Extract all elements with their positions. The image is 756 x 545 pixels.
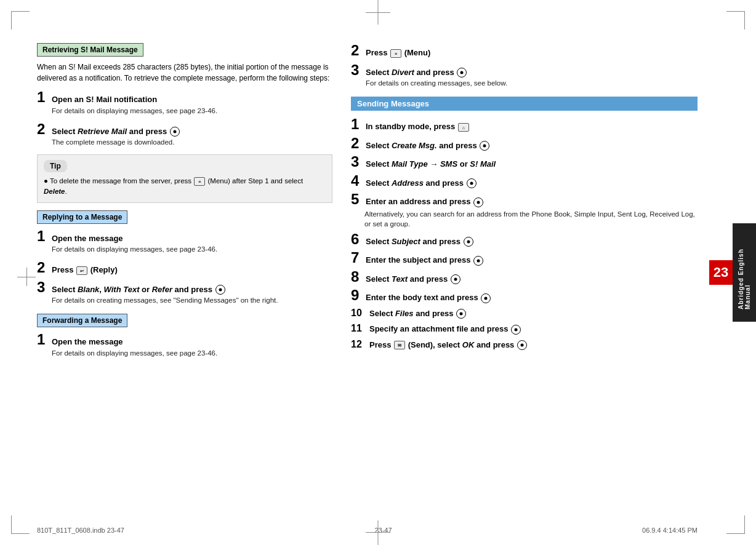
button-circle-s11: [511, 325, 521, 335]
reply-step3-title: Select Blank, With Text or Refer and pre…: [52, 284, 278, 296]
sending-step2: 2 Select Create Msg. and press: [351, 136, 698, 152]
sending-step1: 1 In standby mode, press ⌂: [351, 117, 698, 133]
pre-step3-title: Select Divert and press: [366, 66, 507, 79]
step-num-1: 1: [37, 90, 49, 105]
send-icon: ✉: [394, 341, 405, 349]
section-retrieving: Retrieving S! Mail Message When an S! Ma…: [37, 43, 332, 203]
send-s1-text: In standby mode, press: [366, 122, 455, 131]
send-s2-after: and press: [437, 141, 477, 150]
send-step11-title: Specify an attachment file and press: [369, 323, 521, 335]
pre-step-num-2: 2: [351, 43, 363, 58]
fwd-step1-title: Open the message: [52, 336, 217, 348]
left-margin-mark: [17, 268, 36, 277]
corner-mark-br: [726, 515, 745, 534]
button-circle-reply-s3: [215, 285, 225, 295]
right-column: 2 Press ≡ (Menu) 3: [351, 43, 698, 508]
retrieving-step1: 1 Open an S! Mail notification For detai…: [37, 90, 332, 118]
button-circle-s4: [467, 178, 477, 188]
send-s8-after: and press: [408, 274, 448, 284]
section-header-forwarding: Forwarding a Message: [37, 314, 127, 327]
reply-step-num-2: 2: [37, 260, 49, 275]
send-s4-italic: Address: [392, 178, 424, 188]
button-circle-s9: [481, 293, 491, 303]
reply-s3-after: and press: [172, 285, 212, 294]
section-forwarding: Forwarding a Message 1 Open the message …: [37, 314, 332, 360]
footer: 810T_811T_0608.indb 23-47 23-47 06.9.4 4…: [37, 527, 698, 534]
sending-step12: 12 Press ✉ (Send), select OK and press: [351, 338, 698, 351]
pre-s3-after: and press: [414, 68, 454, 77]
reply-step1-title: Open the message: [52, 233, 217, 245]
send-num-8: 8: [351, 269, 363, 284]
send-num-2: 2: [351, 136, 363, 151]
send-num-11: 11: [351, 322, 367, 334]
step2-title: Select Retrieve Mail and press: [52, 125, 180, 138]
send-step6-title: Select Subject and press: [366, 236, 474, 248]
pre-step3: 3 Select Divert and press For details on…: [351, 63, 698, 91]
send-step10-title: Select Files and press: [369, 308, 467, 320]
retrieving-intro: When an S! Mail exceeds 285 characters (…: [37, 62, 332, 84]
sending-step10: 10 Select Files and press: [351, 307, 698, 320]
sending-step9: 9 Enter the body text and press: [351, 288, 698, 304]
send-num-4: 4: [351, 173, 363, 188]
section-title-forwarding: Forwarding a Message: [42, 316, 122, 325]
reply-s3-comma: ,: [99, 285, 103, 294]
section-header-replying: Replying to a Message: [37, 210, 127, 224]
button-circle-s12: [517, 340, 527, 350]
button-circle-s2: [480, 141, 489, 151]
send-num-10: 10: [351, 307, 367, 319]
send-s7-text: Enter the subject and press: [366, 255, 471, 265]
sending-step6: 6 Select Subject and press: [351, 232, 698, 248]
section-title-replying: Replying to a Message: [42, 213, 122, 221]
send-s3-italic: Mail Type: [392, 159, 428, 169]
corner-mark-bl: [11, 515, 30, 534]
reply-step1-detail: For details on displaying messages, see …: [52, 244, 217, 254]
tip-bullet: ●: [44, 177, 48, 185]
send-s3-italic2: SMS: [440, 159, 457, 169]
step2-italic: Retrieve Mail: [78, 127, 127, 136]
send-s5-text: Enter an address and press: [366, 197, 471, 206]
step-num-2: 2: [37, 122, 49, 137]
button-circle-pre-s3: [457, 68, 467, 78]
sidebar-tab: Abridged English Manual: [733, 223, 756, 322]
sending-step3: 3 Select Mail Type → SMS or S! Mail: [351, 154, 698, 170]
send-step5-title: Enter an address and press: [366, 196, 484, 208]
send-s3-or: or: [457, 159, 470, 169]
corner-mark-tl: [11, 11, 30, 30]
reply-s3-or: or: [139, 285, 151, 294]
button-circle-step2: [170, 127, 180, 137]
send-s2-before: Select: [366, 141, 392, 150]
send-s10-italic: Files: [395, 309, 414, 318]
sending-step4: 4 Select Address and press: [351, 173, 698, 189]
main-content: Retrieving S! Mail Message When an S! Ma…: [37, 43, 698, 508]
send-s6-italic: Subject: [392, 237, 420, 246]
send-s12-mid: (Send), select: [408, 340, 462, 349]
reply-step2-before: Press: [52, 265, 73, 274]
send-step9-title: Enter the body text and press: [366, 292, 491, 304]
send-s8-before: Select: [366, 274, 392, 284]
corner-mark-tr: [726, 11, 745, 30]
tip-italic: Delete: [44, 188, 65, 195]
sending-step7: 7 Enter the subject and press: [351, 250, 698, 266]
section-header-retrieving: Retrieving S! Mail Message: [37, 43, 143, 57]
button-circle-s7: [473, 256, 483, 266]
tip-header: Tip: [44, 160, 67, 172]
send-s10-before: Select: [369, 309, 395, 318]
menu-icon-pre: ≡: [390, 49, 401, 58]
pre-step2-title: Press ≡ (Menu): [366, 47, 430, 59]
pre-sending-steps: 2 Press ≡ (Menu) 3: [351, 43, 698, 90]
send-s11-text: Specify an attachment file and press: [369, 324, 508, 333]
send-num-1: 1: [351, 117, 363, 132]
footer-right: 06.9.4 4:14:45 PM: [642, 527, 698, 534]
send-s12-after: and press: [474, 340, 514, 349]
reply-step-num-1: 1: [37, 229, 49, 244]
send-s2-italic: Create Msg.: [392, 141, 437, 150]
reply-step3-detail: For details on creating messages, see "S…: [52, 295, 278, 305]
send-step2-title: Select Create Msg. and press: [366, 140, 490, 152]
reply-icon: ↩: [76, 266, 87, 275]
replying-step2: 2 Press ↩ (Reply): [37, 260, 332, 276]
forwarding-step1: 1 Open the message For details on displa…: [37, 332, 332, 360]
send-step5-detail: Alternatively, you can search for an add…: [364, 209, 698, 229]
left-column: Retrieving S! Mail Message When an S! Ma…: [37, 43, 332, 508]
tip-end: .: [65, 188, 67, 195]
send-s4-after: and press: [424, 178, 464, 188]
